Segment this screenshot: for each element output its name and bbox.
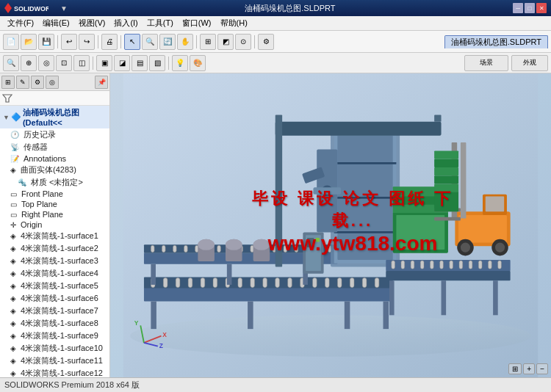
tree-item[interactable]: ◈4米滚筒线-1-surface12 [0, 367, 109, 377]
view-display-button[interactable]: ◩ [217, 34, 234, 50]
print-button[interactable]: 🖨 [101, 34, 118, 50]
tree-item[interactable]: ◈4米滚筒线-1-surface4 [0, 267, 109, 280]
zoom-out-button[interactable]: − [536, 363, 548, 374]
realview-btn[interactable]: 外观 [511, 55, 548, 71]
tree-item[interactable]: 🕐历史记录 [0, 128, 109, 141]
light-btn[interactable]: 💡 [172, 55, 188, 71]
redo-button[interactable]: ↪ [79, 34, 95, 50]
menu-insert[interactable]: 插入(I) [109, 18, 142, 29]
dxf-tab[interactable]: ◎ [46, 76, 59, 89]
svg-rect-113 [493, 280, 498, 315]
display-btn-2[interactable]: ◪ [114, 55, 130, 71]
tree-item[interactable]: ◈4米滚筒线-1-surface6 [0, 292, 109, 305]
tree-item[interactable]: ▭Front Plane [0, 189, 109, 199]
rotate-button[interactable]: 🔄 [159, 34, 176, 50]
pushpin-btn[interactable]: 📌 [95, 76, 108, 89]
tree-item-label: 曲面实体(4283) [21, 164, 76, 175]
view-btn-2[interactable]: ⊕ [21, 55, 37, 71]
tree-item[interactable]: ◈4米滚筒线-1-surface8 [0, 317, 109, 330]
tree-item[interactable]: 📝Annotations [0, 153, 109, 164]
tree-item[interactable]: ◈4米滚筒线-1-surface9 [0, 330, 109, 342]
status-text: SOLIDWORKS Premium 2018 x64 版 [4, 380, 140, 391]
svg-rect-14 [238, 278, 242, 288]
view-btn-4[interactable]: ⊡ [56, 55, 72, 71]
menu-help[interactable]: 帮助(H) [216, 18, 252, 29]
status-bar: SOLIDWORKS Premium 2018 x64 版 [0, 377, 551, 392]
tree-item[interactable]: ◈4米滚筒线-1-surface10 [0, 342, 109, 355]
open-button[interactable]: 📂 [21, 34, 37, 50]
tree-item[interactable]: ▭Right Plane [0, 209, 109, 219]
sidebar-toolbar: ⊞ ✎ ⚙ ◎ 📌 [0, 73, 109, 91]
3d-viewport[interactable]: X Y Z 毕设 课设 论文 图纸 下载... www.ytw818.com ⊞… [110, 73, 551, 377]
svg-rect-17 [276, 278, 280, 288]
zoom-in-button[interactable]: + [523, 363, 535, 374]
new-button[interactable]: 📄 [3, 34, 19, 50]
tree-item[interactable]: ◈4米滚筒线-1-surface11 [0, 355, 109, 367]
zoom-button[interactable]: 🔍 [142, 34, 158, 50]
tree-item-label: 4米滚筒线-1-surface8 [21, 318, 98, 329]
settings-button[interactable]: ⚙ [258, 34, 274, 50]
svg-rect-10 [188, 278, 192, 288]
svg-rect-103 [430, 261, 433, 269]
tree-item[interactable]: ◈4米滚筒线-1-surface1 [0, 230, 109, 242]
view-btn-1[interactable]: 🔍 [3, 55, 19, 71]
svg-rect-9 [176, 278, 180, 288]
undo-button[interactable]: ↩ [61, 34, 77, 50]
tree-item[interactable]: 📡传感器 [0, 141, 109, 153]
display-btn-1[interactable]: ▣ [96, 55, 112, 71]
svg-rect-76 [276, 122, 442, 136]
svg-rect-93 [434, 175, 458, 184]
tree-root-label: 油桶码垛机总图 (Default<< [23, 107, 107, 127]
view-btn-3[interactable]: ◎ [38, 55, 54, 71]
svg-rect-109 [489, 261, 492, 269]
config-tab[interactable]: ⚙ [31, 76, 44, 89]
tree-item[interactable]: ◈4米滚筒线-1-surface2 [0, 242, 109, 255]
view-btn-5[interactable]: ◫ [73, 55, 90, 71]
tree-item-label: 4米滚筒线-1-surface6 [21, 293, 98, 304]
maximize-button[interactable]: □ [525, 3, 535, 13]
tree-item[interactable]: ◈4米滚筒线-1-surface7 [0, 305, 109, 317]
zoom-fit-button[interactable]: ⊞ [508, 363, 522, 374]
tree-item-icon: 📡 [10, 143, 19, 151]
tree-item[interactable]: 🔩材质 <未指定> [0, 176, 109, 189]
minimize-button[interactable]: ─ [513, 3, 523, 13]
tree-item[interactable]: ◈曲面实体(4283) [0, 164, 109, 176]
close-button[interactable]: ✕ [536, 3, 547, 13]
svg-point-84 [461, 243, 470, 253]
view-section-button[interactable]: ⊙ [235, 34, 251, 50]
save-button[interactable]: 💾 [38, 34, 54, 50]
tree-item-icon: ◈ [10, 232, 16, 240]
tree-item[interactable]: ◈4米滚筒线-1-surface5 [0, 280, 109, 292]
pan-button[interactable]: ✋ [177, 34, 193, 50]
tree-root-item[interactable]: ▼ 🔷 油桶码垛机总图 (Default<< [0, 106, 109, 128]
appearance-btn[interactable]: 🎨 [190, 55, 206, 71]
tree-item[interactable]: ✛Origin [0, 219, 109, 230]
view-orient-button[interactable]: ⊞ [200, 34, 216, 50]
property-tab[interactable]: ✎ [16, 76, 29, 89]
menu-tools[interactable]: 工具(T) [143, 18, 178, 29]
feature-tab[interactable]: ⊞ [1, 76, 15, 89]
file-tab[interactable]: 油桶码垛机总图.SLDPRT [444, 35, 548, 48]
svg-rect-107 [469, 261, 472, 269]
menu-edit[interactable]: 编辑(E) [38, 18, 74, 29]
svg-rect-110 [498, 261, 502, 269]
tree-item-icon: ◈ [10, 257, 16, 265]
menu-window[interactable]: 窗口(W) [178, 18, 216, 29]
tree-item[interactable]: ▭Top Plane [0, 199, 109, 209]
tree-item-label: Annotations [24, 154, 66, 163]
display-btn-4[interactable]: ▧ [149, 55, 165, 71]
menu-file[interactable]: 文件(F) [3, 18, 38, 29]
tree-item-label: Origin [21, 220, 42, 229]
svg-point-54 [198, 239, 215, 250]
svg-rect-90 [434, 217, 461, 221]
select-button[interactable]: ↖ [124, 34, 140, 50]
scene-btn[interactable]: 场景 [464, 55, 508, 71]
tree-item-label: 材质 <未指定> [31, 177, 83, 188]
expand-arrow: ▼ [3, 114, 10, 121]
tree-item[interactable]: ◈4米滚筒线-1-surface3 [0, 255, 109, 267]
svg-rect-105 [450, 261, 453, 269]
menu-view[interactable]: 视图(V) [74, 18, 110, 29]
svg-rect-99 [392, 261, 395, 269]
display-btn-3[interactable]: ▤ [132, 55, 148, 71]
tree-item-label: 4米滚筒线-1-surface1 [21, 231, 98, 242]
